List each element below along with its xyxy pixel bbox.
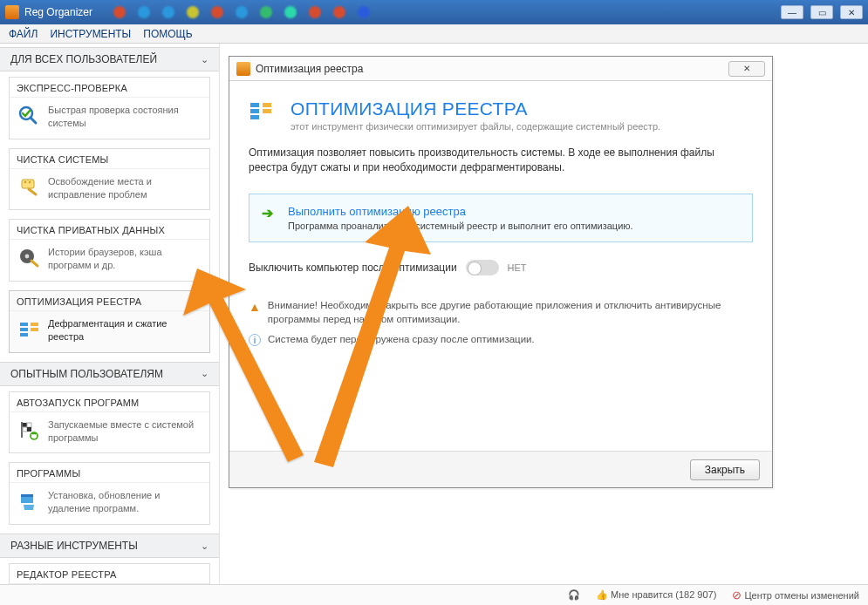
sidebar-item-autorun[interactable]: АВТОЗАПУСК ПРОГРАММ Запускаемые вместе с…	[9, 391, 210, 454]
svg-rect-12	[23, 423, 27, 427]
dialog-app-icon	[236, 62, 250, 76]
dialog-title: Оптимизация реестра	[256, 63, 363, 75]
content-area: Оптимизация реестра ✕ ОПТИМИЗАЦИЯ РЕЕСТР…	[220, 44, 868, 584]
warning-row: ▲ Внимание! Необходимо закрыть все други…	[229, 279, 772, 329]
sidebar-item-programs[interactable]: ПРОГРАММЫ Установка, обновление и удален…	[9, 462, 210, 525]
taskbar-blur	[113, 6, 781, 18]
svg-rect-29	[263, 109, 271, 113]
chevron-down-icon: ⌄	[201, 54, 208, 65]
svg-rect-25	[250, 103, 259, 107]
menubar: ФАЙЛ ИНСТРУМЕНТЫ ПОМОЩЬ	[0, 24, 868, 44]
svg-rect-9	[31, 323, 38, 326]
sidebar-item-registry-optimize[interactable]: ОПТИМИЗАЦИЯ РЕЕСТРА Дефрагментация и сжа…	[9, 290, 210, 353]
chevron-down-icon: ⌄	[201, 540, 208, 552]
svg-rect-7	[20, 328, 28, 331]
like-text: Мне нравится (182 907)	[611, 589, 716, 600]
support-icon[interactable]: 🎧	[568, 589, 580, 601]
sidebar-item-title: ПРОГРАММЫ	[10, 463, 209, 483]
window-titlebar: Reg Organizer — ▭ ✕	[0, 0, 868, 24]
svg-rect-13	[27, 423, 31, 427]
warning-text: Внимание! Необходимо закрыть все другие …	[268, 298, 753, 327]
app-icon	[5, 5, 19, 19]
dialog-footer: Закрыть	[229, 451, 772, 487]
optimization-dialog: Оптимизация реестра ✕ ОПТИМИЗАЦИЯ РЕЕСТР…	[229, 56, 773, 488]
dialog-heading: ОПТИМИЗАЦИЯ РЕЕСТРА	[290, 99, 660, 119]
magnifier-check-icon	[17, 104, 41, 126]
menu-tools[interactable]: ИНСТРУМЕНТЫ	[50, 28, 131, 40]
menu-file[interactable]: ФАЙЛ	[9, 28, 38, 40]
svg-rect-27	[250, 115, 259, 119]
undo-center-text: Центр отмены изменений	[744, 590, 859, 601]
statusbar: 🎧 👍 Мне нравится (182 907) ⊘ Центр отмен…	[0, 584, 868, 605]
dialog-titlebar: Оптимизация реестра ✕	[229, 57, 772, 81]
sidebar-item-desc: Истории браузеров, кэша программ и др.	[48, 246, 202, 272]
dialog-description: Оптимизация позволяет повысить производи…	[229, 137, 772, 180]
disc-broom-icon	[17, 246, 41, 269]
dialog-close-action-button[interactable]: Закрыть	[690, 459, 760, 480]
sidebar-item-title: ОПТИМИЗАЦИЯ РЕЕСТРА	[10, 291, 209, 311]
svg-rect-6	[20, 323, 28, 326]
action-title: Выполнить оптимизацию реестра	[288, 205, 740, 218]
sidebar-item-desc: Быстрая проверка состояния системы	[48, 104, 202, 130]
window-controls: — ▭ ✕	[781, 5, 863, 19]
broom-icon	[17, 175, 41, 198]
sidebar-item-desc: Дефрагментация и сжатие реестра	[48, 317, 202, 343]
undo-center-icon: ⊘	[732, 588, 742, 602]
sidebar-item-system-clean[interactable]: ЧИСТКА СИСТЕМЫ Освобождение места и испр…	[9, 148, 210, 211]
toggle-label: Выключить компьютер после оптимизации	[249, 262, 457, 274]
menu-help[interactable]: ПОМОЩЬ	[143, 28, 192, 40]
svg-rect-1	[22, 180, 34, 188]
sidebar-item-desc: Освобождение места и исправление проблем	[48, 175, 202, 201]
undo-center-group[interactable]: ⊘ Центр отмены изменений	[732, 588, 859, 602]
arrow-right-icon: ➔	[262, 205, 273, 221]
info-text: Система будет перезагружена сразу после …	[268, 334, 535, 344]
sidebar-item-private-data[interactable]: ЧИСТКА ПРИВАТНЫХ ДАННЫХ Истории браузеро…	[9, 219, 210, 282]
thumbs-up-icon: 👍	[596, 589, 608, 600]
svg-rect-15	[27, 427, 31, 432]
registry-defrag-icon	[17, 317, 41, 340]
box-trash-icon	[17, 489, 41, 512]
sidebar-section-all-users[interactable]: ДЛЯ ВСЕХ ПОЛЬЗОВАТЕЛЕЙ ⌄	[0, 47, 219, 71]
svg-rect-26	[250, 109, 259, 113]
sidebar-item-title: ЧИСТКА СИСТЕМЫ	[10, 149, 209, 169]
svg-point-2	[24, 180, 27, 183]
svg-rect-8	[20, 333, 28, 336]
sidebar-section-label: ОПЫТНЫМ ПОЛЬЗОВАТЕЛЯМ	[10, 368, 163, 380]
sidebar-item-title: ЭКСПРЕСС-ПРОВЕРКА	[10, 78, 209, 98]
sidebar-item-title: АВТОЗАПУСК ПРОГРАММ	[10, 392, 209, 412]
svg-rect-28	[263, 103, 271, 107]
shutdown-toggle[interactable]	[466, 260, 499, 275]
sidebar-item-express-check[interactable]: ЭКСПРЕСС-ПРОВЕРКА Быстрая проверка состо…	[9, 77, 210, 139]
shutdown-after-toggle-row: Выключить компьютер после оптимизации НЕ…	[229, 246, 772, 279]
flag-icon	[17, 418, 41, 441]
sidebar-section-label: ДЛЯ ВСЕХ ПОЛЬЗОВАТЕЛЕЙ	[10, 53, 157, 65]
svg-rect-10	[31, 328, 38, 331]
close-button[interactable]: ✕	[840, 5, 863, 19]
svg-point-3	[29, 180, 31, 183]
run-optimization-action[interactable]: ➔ Выполнить оптимизацию реестра Программ…	[249, 194, 753, 242]
app-title: Reg Organizer	[24, 6, 92, 18]
info-row: i Система будет перезагружена сразу посл…	[229, 329, 772, 351]
like-group[interactable]: 👍 Мне нравится (182 907)	[596, 589, 716, 601]
chevron-down-icon: ⌄	[201, 368, 208, 379]
warning-icon: ▲	[249, 298, 261, 316]
action-subtitle: Программа проанализирует системный реест…	[288, 221, 740, 231]
sidebar-section-label: РАЗНЫЕ ИНСТРУМЕНТЫ	[10, 540, 138, 552]
sidebar-section-advanced-users[interactable]: ОПЫТНЫМ ПОЛЬЗОВАТЕЛЯМ ⌄	[0, 362, 219, 386]
svg-rect-14	[23, 427, 27, 432]
sidebar-item-desc: Установка, обновление и удаление програм…	[48, 489, 202, 515]
info-icon: i	[249, 334, 261, 346]
maximize-button[interactable]: ▭	[810, 5, 833, 19]
sidebar-item-title: РЕДАКТОР РЕЕСТРА	[10, 564, 209, 584]
registry-optimize-icon	[249, 99, 278, 125]
minimize-button[interactable]: —	[781, 5, 803, 19]
sidebar-item-registry-editor[interactable]: РЕДАКТОР РЕЕСТРА Изменение реестра и пои…	[9, 563, 210, 584]
dialog-subheading: этот инструмент физически оптимизирует ф…	[290, 121, 660, 132]
dialog-close-button[interactable]: ✕	[728, 61, 765, 77]
sidebar-item-desc: Запускаемые вместе с системой программы	[48, 418, 202, 445]
sidebar-section-misc-tools[interactable]: РАЗНЫЕ ИНСТРУМЕНТЫ ⌄	[0, 534, 219, 558]
svg-point-5	[25, 255, 30, 259]
dialog-hero: ОПТИМИЗАЦИЯ РЕЕСТРА этот инструмент физи…	[229, 81, 772, 137]
sidebar-item-title: ЧИСТКА ПРИВАТНЫХ ДАННЫХ	[10, 220, 209, 240]
svg-rect-18	[21, 494, 33, 497]
